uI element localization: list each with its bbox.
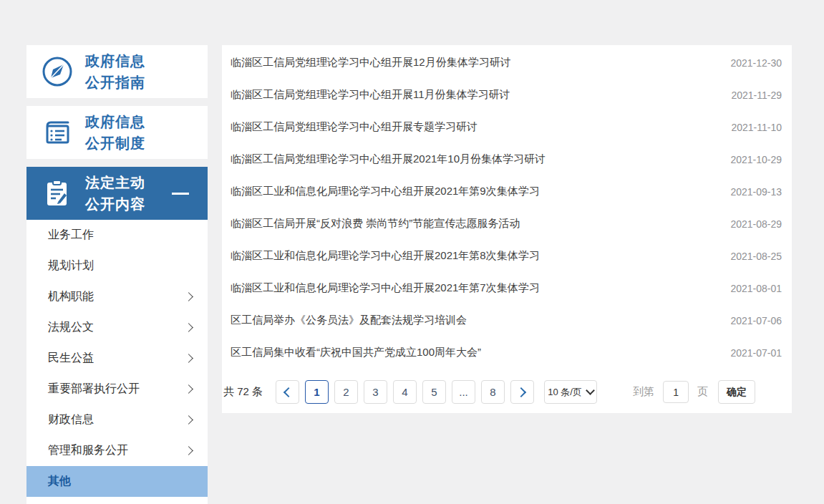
article-title-link[interactable]: 临淄区工业和信息化局理论学习中心组开展2021年第9次集体学习: [231, 185, 540, 198]
article-title-link[interactable]: 临淄区工信局开展“反对浪费 崇尚节约”节能宣传志愿服务活动: [231, 217, 520, 231]
next-page-button[interactable]: [510, 380, 534, 404]
article-date: 2021-11-29: [731, 89, 782, 101]
article-date: 2021-09-13: [730, 186, 782, 198]
sidebar-card-statutory-disclosure[interactable]: 法定主动 公开内容: [26, 167, 208, 220]
chevron-left-icon: [283, 387, 294, 397]
article-date: 2021-11-10: [731, 122, 782, 133]
goto-page-group: 到第 页 确定: [633, 380, 755, 404]
sidebar-card-gov-info-guide[interactable]: 政府信息 公开指南: [26, 45, 208, 98]
menu-item-fiscal-info[interactable]: 财政信息: [26, 404, 208, 435]
sidebar: 政府信息 公开指南 政府信息 公开制度: [26, 45, 208, 504]
article-title-link[interactable]: 临淄区工信局党组理论学习中心组开展11月份集体学习研讨: [231, 88, 510, 102]
article-date: 2021-08-25: [730, 251, 782, 262]
book-list-icon: [41, 116, 74, 149]
article-row[interactable]: 临淄区工信局党组理论学习中心组开展专题学习研讨 2021-11-10: [222, 111, 792, 143]
page-unit-label: 页: [697, 385, 708, 399]
chevron-right-icon: [184, 323, 193, 332]
chevron-right-icon: [184, 292, 193, 301]
article-date: 2021-07-06: [730, 315, 782, 326]
article-title-link[interactable]: 临淄区工业和信息化局理论学习中心组开展2021年第7次集体学习: [231, 281, 540, 295]
page-button-2[interactable]: 2: [334, 380, 358, 404]
page-button-1[interactable]: 1: [305, 380, 329, 404]
page-size-select[interactable]: 10 条/页: [544, 380, 597, 404]
menu-item-other[interactable]: 其他: [26, 466, 208, 497]
menu-item-public-welfare[interactable]: 民生公益: [26, 343, 208, 374]
article-title-link[interactable]: 临淄区工业和信息化局理论学习中心组开展2021年第8次集体学习: [231, 249, 540, 263]
article-row[interactable]: 临淄区工信局党组理论学习中心组开展2021年10月份集体学习研讨 2021-10…: [222, 143, 792, 175]
article-row[interactable]: 临淄区工信局党组理论学习中心组开展11月份集体学习研讨 2021-11-29: [222, 79, 792, 111]
article-date: 2021-07-01: [730, 347, 782, 359]
sidebar-card-gov-info-system[interactable]: 政府信息 公开制度: [26, 106, 208, 159]
page-button-3[interactable]: 3: [364, 380, 387, 404]
menu-item-management-services[interactable]: 管理和服务公开: [26, 435, 208, 466]
goto-label: 到第: [633, 385, 654, 399]
menu-item-planning[interactable]: 规划计划: [26, 251, 208, 281]
sidebar-menu: 业务工作 规划计划 机构职能 法规公文 民生公益 重要部署执行公开 财政信息 管…: [26, 220, 208, 504]
sidebar-card-label: 政府信息 公开指南: [85, 50, 145, 93]
prev-page-button[interactable]: [276, 380, 299, 404]
chevron-right-icon: [184, 446, 193, 455]
confirm-button[interactable]: 确定: [718, 380, 755, 404]
compass-icon: [41, 55, 74, 88]
article-date: 2021-08-01: [730, 283, 782, 294]
chevron-right-icon: [184, 384, 193, 394]
article-row[interactable]: 临淄区工信局党组理论学习中心组开展12月份集体学习研讨 2021-12-30: [222, 47, 792, 79]
sidebar-card-label: 政府信息 公开制度: [85, 111, 145, 154]
menu-item-org-functions[interactable]: 机构职能: [26, 281, 208, 312]
article-list: 临淄区工信局党组理论学习中心组开展12月份集体学习研讨 2021-12-30 临…: [222, 47, 792, 369]
page-button-4[interactable]: 4: [393, 380, 417, 404]
article-date: 2021-08-29: [730, 218, 782, 230]
article-title-link[interactable]: 区工信局举办《公务员法》及配套法规学习培训会: [231, 314, 467, 327]
page-button-5[interactable]: 5: [422, 380, 446, 404]
clipboard-pen-icon: [41, 177, 74, 210]
total-count-label: 共 72 条: [223, 385, 263, 399]
article-date: 2021-12-30: [730, 57, 782, 69]
sidebar-card-label: 法定主动 公开内容: [85, 172, 145, 215]
chevron-down-icon: [586, 386, 595, 395]
article-date: 2021-10-29: [730, 154, 782, 165]
chevron-right-icon: [184, 415, 193, 425]
article-row[interactable]: 临淄区工信局开展“反对浪费 崇尚节约”节能宣传志愿服务活动 2021-08-29: [222, 208, 792, 240]
article-row[interactable]: 区工信局集中收看“庆祝中国共产党成立100周年大会” 2021-07-01: [222, 336, 792, 369]
chevron-right-icon: [184, 354, 193, 363]
menu-item-key-deployments[interactable]: 重要部署执行公开: [26, 374, 208, 404]
goto-page-input[interactable]: [663, 381, 689, 403]
main-panel: 临淄区工信局党组理论学习中心组开展12月份集体学习研讨 2021-12-30 临…: [222, 45, 792, 413]
article-row[interactable]: 临淄区工业和信息化局理论学习中心组开展2021年第9次集体学习 2021-09-…: [222, 175, 792, 208]
article-title-link[interactable]: 临淄区工信局党组理论学习中心组开展2021年10月份集体学习研讨: [231, 152, 546, 166]
page-ellipsis-button[interactable]: ...: [452, 380, 475, 404]
menu-item-business-work[interactable]: 业务工作: [26, 220, 208, 251]
menu-item-regulations[interactable]: 法规公文: [26, 312, 208, 343]
chevron-right-icon: [516, 387, 526, 397]
article-title-link[interactable]: 临淄区工信局党组理论学习中心组开展12月份集体学习研讨: [231, 56, 511, 69]
page-button-8[interactable]: 8: [481, 380, 505, 404]
article-title-link[interactable]: 区工信局集中收看“庆祝中国共产党成立100周年大会”: [231, 346, 481, 359]
collapse-minus-icon[interactable]: [172, 193, 189, 195]
article-row[interactable]: 区工信局举办《公务员法》及配套法规学习培训会 2021-07-06: [222, 304, 792, 336]
pagination-bar: 共 72 条 1 2 3 4 5 ... 8 10 条/页 到第 页 确定: [222, 380, 792, 404]
article-row[interactable]: 临淄区工业和信息化局理论学习中心组开展2021年第8次集体学习 2021-08-…: [222, 240, 792, 272]
article-title-link[interactable]: 临淄区工信局党组理论学习中心组开展专题学习研讨: [231, 120, 478, 134]
article-row[interactable]: 临淄区工业和信息化局理论学习中心组开展2021年第7次集体学习 2021-08-…: [222, 272, 792, 304]
